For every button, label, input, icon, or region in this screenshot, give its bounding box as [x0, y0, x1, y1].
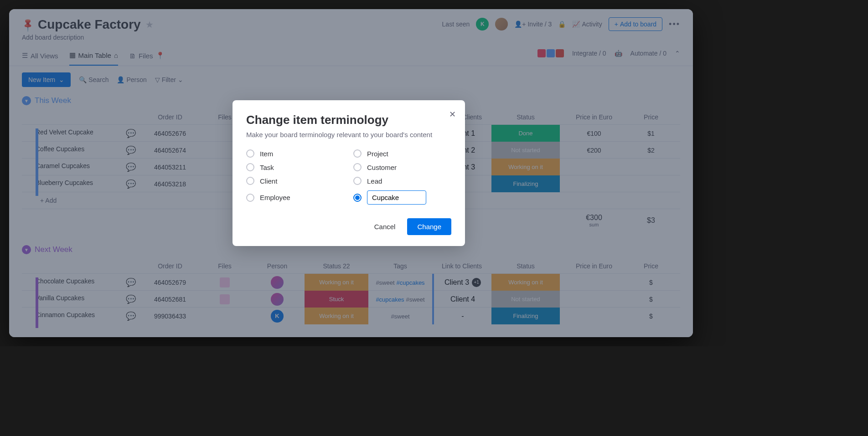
- change-button[interactable]: Change: [407, 218, 451, 235]
- radio-client[interactable]: Client: [246, 177, 344, 185]
- cancel-button[interactable]: Cancel: [366, 218, 404, 235]
- radio-task[interactable]: Task: [246, 163, 344, 171]
- radio-custom[interactable]: [353, 190, 451, 205]
- radio-lead[interactable]: Lead: [353, 177, 451, 185]
- radio-item[interactable]: Item: [246, 149, 344, 158]
- radio-employee[interactable]: Employee: [246, 190, 344, 205]
- modal-subtitle: Make your board terminology relevant to …: [246, 131, 451, 138]
- terminology-modal: ✕ Change item terminology Make your boar…: [232, 100, 465, 246]
- modal-title: Change item terminology: [246, 113, 451, 127]
- radio-customer[interactable]: Customer: [353, 163, 451, 171]
- radio-project[interactable]: Project: [353, 149, 451, 158]
- custom-terminology-input[interactable]: [367, 190, 426, 205]
- close-icon[interactable]: ✕: [449, 109, 456, 119]
